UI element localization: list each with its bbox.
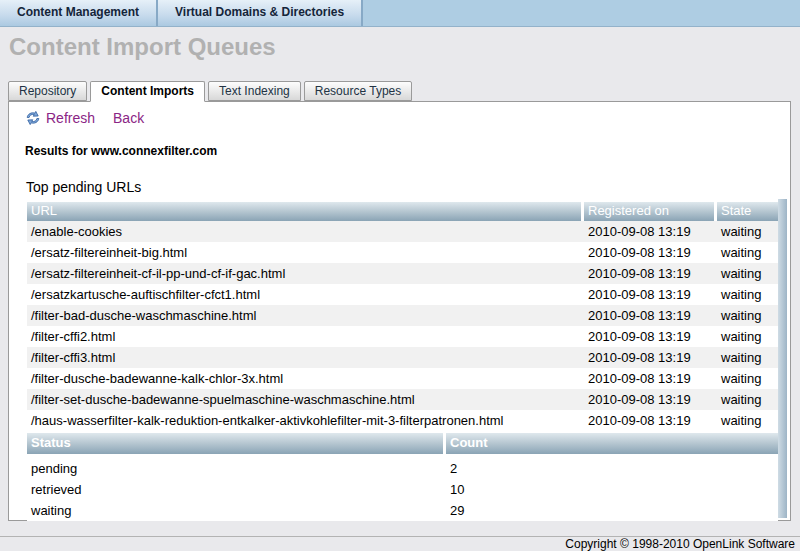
table-cell: /enable-cookies [27, 221, 581, 242]
table-cell: /haus-wasserfilter-kalk-reduktion-entkal… [27, 410, 581, 431]
table-cell: /ersatz-filtereinheit-cf-il-pp-und-cf-if… [27, 263, 581, 284]
table-cell: 2010-09-08 13:19 [584, 347, 714, 368]
column-header-url[interactable]: URL [27, 202, 581, 221]
refresh-button[interactable]: Refresh [25, 110, 95, 126]
pending-urls-table: URL Registered on State /enable-cookies2… [27, 202, 778, 431]
table-row: /filter-bad-dusche-waschmaschine.html201… [27, 305, 778, 326]
table-cell: waiting [717, 221, 778, 242]
table-cell: waiting [717, 368, 778, 389]
table-row: /filter-set-dusche-badewanne-spuelmaschi… [27, 389, 778, 410]
table-cell: waiting [717, 242, 778, 263]
table-cell: waiting [717, 263, 778, 284]
tab-content-imports[interactable]: Content Imports [90, 81, 205, 102]
table-row: waiting29 [27, 500, 778, 521]
copyright-text: Copyright © 1998-2010 OpenLink Software [565, 537, 795, 551]
table-header-row: URL Registered on State [27, 202, 778, 221]
table-cell: /ersatz-filtereinheit-big.html [27, 242, 581, 263]
table-cell: /filter-dusche-badewanne-kalk-chlor-3x.h… [27, 368, 581, 389]
page-title: Content Import Queues [9, 33, 276, 61]
table-cell: 2010-09-08 13:19 [584, 368, 714, 389]
toolbar: Refresh Back [25, 110, 144, 126]
pending-urls-title: Top pending URLs [26, 179, 141, 195]
table-cell: waiting [717, 284, 778, 305]
table-cell: waiting [717, 347, 778, 368]
table-row: /filter-dusche-badewanne-kalk-chlor-3x.h… [27, 368, 778, 389]
refresh-label: Refresh [46, 110, 95, 126]
tab-resource-types[interactable]: Resource Types [304, 81, 413, 101]
column-header-count[interactable]: Count [446, 433, 778, 454]
table-cell: 2010-09-08 13:19 [584, 221, 714, 242]
table-cell: retrieved [27, 479, 443, 500]
table-cell: /filter-bad-dusche-waschmaschine.html [27, 305, 581, 326]
content-panel: Refresh Back Results for www.connexfilte… [8, 101, 791, 521]
table-row: /ersatz-filtereinheit-big.html2010-09-08… [27, 242, 778, 263]
table-header-row: Status Count [27, 433, 778, 454]
status-summary-table-body: pending2retrieved10waiting29 [27, 454, 778, 521]
table-cell: /filter-cffi2.html [27, 326, 581, 347]
status-summary-table: Status Count pending2retrieved10waiting2… [27, 433, 778, 521]
table-cell: 2010-09-08 13:19 [584, 242, 714, 263]
table-cell: 2010-09-08 13:19 [584, 305, 714, 326]
table-cell: /filter-cffi3.html [27, 347, 581, 368]
table-row: /ersatz-filtereinheit-cf-il-pp-und-cf-if… [27, 263, 778, 284]
table-cell: waiting [717, 305, 778, 326]
refresh-icon [25, 110, 41, 126]
column-header-registered-on[interactable]: Registered on [584, 202, 714, 221]
table-row: pending2 [27, 458, 778, 479]
table-cell: waiting [717, 326, 778, 347]
table-cell: 2010-09-08 13:19 [584, 410, 714, 431]
table-cell: waiting [717, 410, 778, 431]
topbar: Content Management Virtual Domains & Dir… [0, 0, 800, 27]
table-cell: waiting [27, 500, 443, 521]
nav-virtual-domains-directories[interactable]: Virtual Domains & Directories [158, 0, 363, 26]
pending-urls-table-body: /enable-cookies2010-09-08 13:19waiting/e… [27, 221, 778, 431]
table-row: /haus-wasserfilter-kalk-reduktion-entkal… [27, 410, 778, 431]
table-cell: 2010-09-08 13:19 [584, 263, 714, 284]
scrollbar[interactable] [778, 199, 787, 518]
back-button[interactable]: Back [113, 110, 144, 126]
tab-text-indexing[interactable]: Text Indexing [208, 81, 301, 101]
table-cell: 2010-09-08 13:19 [584, 284, 714, 305]
results-heading: Results for www.connexfilter.com [25, 144, 217, 158]
tab-repository[interactable]: Repository [8, 81, 87, 101]
footer: Copyright © 1998-2010 OpenLink Software [0, 536, 800, 551]
table-row: /filter-cffi3.html2010-09-08 13:19waitin… [27, 347, 778, 368]
column-header-state[interactable]: State [717, 202, 778, 221]
table-cell: 2010-09-08 13:19 [584, 326, 714, 347]
table-cell: 2010-09-08 13:19 [584, 389, 714, 410]
table-row: retrieved10 [27, 479, 778, 500]
nav-content-management[interactable]: Content Management [0, 0, 158, 26]
table-cell: 29 [446, 500, 778, 521]
column-header-status[interactable]: Status [27, 433, 443, 454]
table-cell: /filter-set-dusche-badewanne-spuelmaschi… [27, 389, 581, 410]
table-cell: 2 [446, 458, 778, 479]
tab-bar: Repository Content Imports Text Indexing… [8, 81, 412, 102]
table-row: /filter-cffi2.html2010-09-08 13:19waitin… [27, 326, 778, 347]
table-cell: 10 [446, 479, 778, 500]
table-row: /enable-cookies2010-09-08 13:19waiting [27, 221, 778, 242]
table-cell: /ersatzkartusche-auftischfilter-cfct1.ht… [27, 284, 581, 305]
table-cell: pending [27, 458, 443, 479]
table-row: /ersatzkartusche-auftischfilter-cfct1.ht… [27, 284, 778, 305]
table-cell: waiting [717, 389, 778, 410]
